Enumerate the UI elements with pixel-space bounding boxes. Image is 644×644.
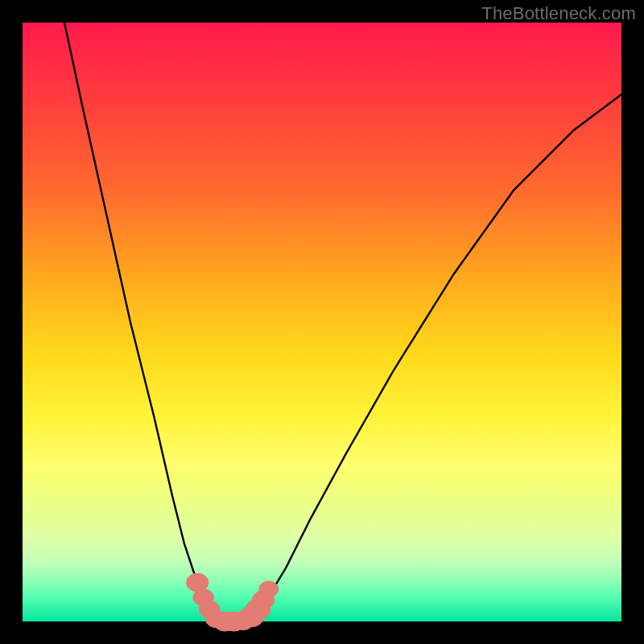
curve-left_curve [64, 23, 217, 621]
chart-svg [23, 23, 621, 621]
chart-frame [23, 23, 621, 621]
marker-10 [259, 581, 279, 597]
curve-right_curve [247, 94, 621, 620]
plot-group [64, 23, 621, 631]
watermark: TheBottleneck.com [481, 3, 636, 24]
